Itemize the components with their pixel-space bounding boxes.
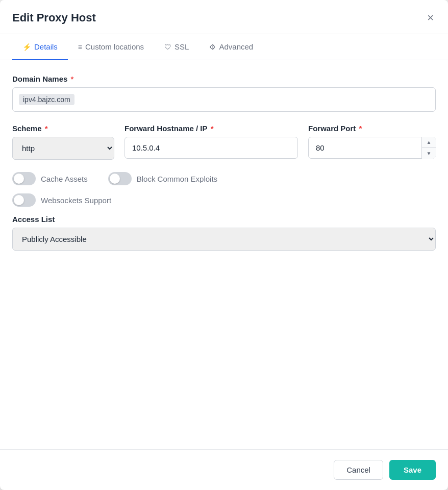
port-increment-button[interactable]: ▲ <box>422 137 436 148</box>
domain-name-tag: ipv4.bajzc.com <box>19 94 74 105</box>
scheme-label: Scheme * <box>12 124 114 133</box>
forward-hostname-group: Forward Hostname / IP * <box>125 124 298 160</box>
details-icon: ⚡ <box>22 43 31 51</box>
cancel-button[interactable]: Cancel <box>334 460 383 480</box>
toggles-row-2: Websockets Support <box>12 193 436 207</box>
cache-assets-group: Cache Assets <box>12 172 88 185</box>
domain-names-input[interactable]: ipv4.bajzc.com <box>12 87 436 112</box>
forward-hostname-input[interactable] <box>125 137 298 159</box>
tab-custom-locations[interactable]: ≡ Custom locations <box>68 34 154 60</box>
block-exploits-toggle[interactable] <box>108 172 132 185</box>
tab-details-label: Details <box>34 42 58 51</box>
modal-footer: Cancel Save <box>0 449 448 490</box>
access-list-label: Access List <box>12 215 436 224</box>
cache-assets-toggle[interactable] <box>12 172 36 185</box>
domain-names-group: Domain Names * ipv4.bajzc.com <box>12 75 436 112</box>
custom-locations-icon: ≡ <box>78 43 82 51</box>
forward-port-input[interactable] <box>308 137 436 159</box>
scheme-group: Scheme * http https <box>12 124 114 160</box>
forward-port-group: Forward Port * ▲ ▼ <box>308 124 436 160</box>
modal-body: Domain Names * ipv4.bajzc.com Scheme * h… <box>0 60 448 449</box>
scheme-select[interactable]: http https <box>12 137 114 160</box>
cache-assets-label: Cache Assets <box>41 175 88 183</box>
close-button[interactable]: × <box>425 10 436 26</box>
access-list-select[interactable]: Publicly Accessible <box>12 228 436 251</box>
save-button[interactable]: Save <box>389 460 436 480</box>
websockets-label: Websockets Support <box>41 196 111 205</box>
forward-port-wrapper: ▲ ▼ <box>308 137 436 159</box>
websockets-group: Websockets Support <box>12 193 111 207</box>
tabs-bar: ⚡ Details ≡ Custom locations 🛡 SSL ⚙ Adv… <box>0 34 448 60</box>
domain-names-label: Domain Names * <box>12 75 436 83</box>
port-decrement-button[interactable]: ▼ <box>422 148 436 159</box>
block-exploits-group: Block Common Exploits <box>108 172 217 185</box>
tab-advanced[interactable]: ⚙ Advanced <box>199 34 263 60</box>
tab-details[interactable]: ⚡ Details <box>12 34 68 60</box>
tab-advanced-label: Advanced <box>219 42 253 51</box>
modal-title: Edit Proxy Host <box>12 11 96 24</box>
three-column-row: Scheme * http https Forward Hostname / I… <box>12 124 436 160</box>
advanced-icon: ⚙ <box>209 43 216 51</box>
tab-custom-locations-label: Custom locations <box>85 42 144 51</box>
toggles-row-1: Cache Assets Block Common Exploits <box>12 172 436 185</box>
domain-names-required: * <box>68 75 73 83</box>
forward-hostname-label: Forward Hostname / IP * <box>125 124 298 133</box>
port-spinner: ▲ ▼ <box>421 137 436 159</box>
access-list-group: Access List Publicly Accessible <box>12 215 436 251</box>
forward-port-label: Forward Port * <box>308 124 436 133</box>
modal-header: Edit Proxy Host × <box>0 0 448 34</box>
tab-ssl-label: SSL <box>175 42 189 51</box>
block-exploits-label: Block Common Exploits <box>137 175 217 183</box>
edit-proxy-host-modal: Edit Proxy Host × ⚡ Details ≡ Custom loc… <box>0 0 448 490</box>
ssl-icon: 🛡 <box>164 43 171 51</box>
websockets-toggle[interactable] <box>12 193 36 207</box>
tab-ssl[interactable]: 🛡 SSL <box>154 34 199 60</box>
